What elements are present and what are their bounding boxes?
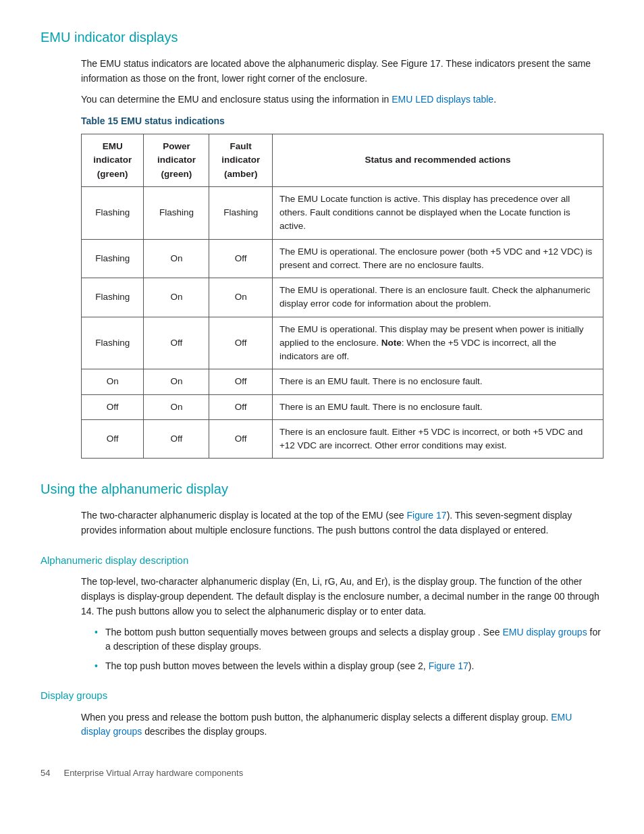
alphanumeric-section-title: Using the alphanumeric display: [41, 479, 603, 499]
cell-fault-3: Off: [209, 317, 272, 369]
footer-description: Enterprise Virtual Array hardware compon…: [63, 766, 243, 780]
display-groups-para-suffix: describes the display groups.: [142, 726, 267, 737]
cell-fault-2: On: [209, 278, 272, 317]
table-row: Flashing Off Off The EMU is operational.…: [82, 317, 603, 369]
cell-emu-5: Off: [82, 394, 144, 419]
alphanumeric-bullets: The bottom push button sequentially move…: [95, 625, 603, 673]
bullet-item-2: The top push button moves between the le…: [95, 659, 603, 673]
col-header-fault: Fault indicator(amber): [209, 134, 272, 187]
cell-fault-1: Off: [209, 239, 272, 278]
alphanumeric-para1: The two-character alphanumeric display i…: [81, 509, 603, 538]
desc-para: The top-level, two-character alphanumeri…: [81, 575, 603, 619]
table-row: Flashing On Off The EMU is operational. …: [82, 239, 603, 278]
cell-status-5: There is an EMU fault. There is no enclo…: [272, 394, 603, 419]
emu-section-title: EMU indicator displays: [41, 27, 603, 47]
page-number: 54: [41, 766, 50, 780]
emu-para2-prefix: You can determine the EMU and enclosure …: [81, 94, 392, 105]
emu-display-groups-link-1[interactable]: EMU display groups: [502, 627, 587, 637]
emu-para2-suffix: .: [493, 94, 496, 105]
display-groups-para-prefix: When you press and release the bottom pu…: [81, 712, 551, 723]
cell-status-6: There is an enclosure fault. Either +5 V…: [272, 419, 603, 459]
bullet2-suffix: ).: [468, 660, 475, 671]
page-footer: 54 Enterprise Virtual Array hardware com…: [41, 766, 603, 780]
col-header-power: Power indicator(green): [144, 134, 209, 187]
figure17-link-1[interactable]: Figure 17: [406, 510, 446, 521]
bullet1-prefix: The bottom push button sequentially move…: [105, 627, 502, 637]
table-row: Off Off Off There is an enclosure fault.…: [82, 419, 603, 459]
table-header-row: EMU indicator(green) Power indicator(gre…: [82, 134, 603, 187]
cell-emu-0: Flashing: [82, 186, 144, 239]
emu-para1: The EMU status indicators are located ab…: [81, 57, 603, 86]
cell-power-4: On: [144, 369, 209, 394]
cell-fault-4: Off: [209, 369, 272, 394]
alphanumeric-section: Using the alphanumeric display The two-c…: [41, 479, 603, 739]
table-row: Off On Off There is an EMU fault. There …: [82, 394, 603, 419]
figure17-link-2[interactable]: Figure 17: [429, 660, 468, 671]
emu-para2: You can determine the EMU and enclosure …: [81, 93, 603, 107]
table-title: Table 15 EMU status indications: [81, 114, 603, 128]
cell-fault-5: Off: [209, 394, 272, 419]
alphanumeric-para1-prefix: The two-character alphanumeric display i…: [81, 510, 406, 521]
cell-emu-2: Flashing: [82, 278, 144, 317]
cell-status-0: The EMU Locate function is active. This …: [272, 186, 603, 239]
desc-subtitle: Alphanumeric display description: [41, 553, 603, 569]
cell-power-1: On: [144, 239, 209, 278]
cell-status-4: There is an EMU fault. There is no enclo…: [272, 369, 603, 394]
cell-power-3: Off: [144, 317, 209, 369]
bullet-item-1: The bottom push button sequentially move…: [95, 625, 603, 654]
emu-led-displays-link[interactable]: EMU LED displays table: [392, 94, 493, 105]
emu-indicator-section: EMU indicator displays The EMU status in…: [41, 27, 603, 459]
cell-status-3: The EMU is operational. This display may…: [272, 317, 603, 369]
display-groups-para: When you press and release the bottom pu…: [81, 710, 603, 739]
cell-emu-3: Flashing: [82, 317, 144, 369]
display-groups-subsection: Display groups When you press and releas…: [41, 688, 603, 739]
col-header-emu: EMU indicator(green): [82, 134, 144, 187]
cell-status-1: The EMU is operational. The enclosure po…: [272, 239, 603, 278]
table-row: On On Off There is an EMU fault. There i…: [82, 369, 603, 394]
cell-power-5: On: [144, 394, 209, 419]
cell-power-2: On: [144, 278, 209, 317]
desc-subsection: Alphanumeric display description The top…: [41, 553, 603, 674]
cell-emu-1: Flashing: [82, 239, 144, 278]
table-row: Flashing On On The EMU is operational. T…: [82, 278, 603, 317]
display-groups-subtitle: Display groups: [41, 688, 603, 704]
bullet2-prefix: The top push button moves between the le…: [105, 660, 429, 671]
cell-emu-4: On: [82, 369, 144, 394]
col-header-status: Status and recommended actions: [272, 134, 603, 187]
cell-emu-6: Off: [82, 419, 144, 459]
cell-status-2: The EMU is operational. There is an encl…: [272, 278, 603, 317]
status-table: EMU indicator(green) Power indicator(gre…: [81, 134, 603, 459]
cell-fault-6: Off: [209, 419, 272, 459]
cell-power-6: Off: [144, 419, 209, 459]
table-row: Flashing Flashing Flashing The EMU Locat…: [82, 186, 603, 239]
cell-fault-0: Flashing: [209, 186, 272, 239]
cell-power-0: Flashing: [144, 186, 209, 239]
